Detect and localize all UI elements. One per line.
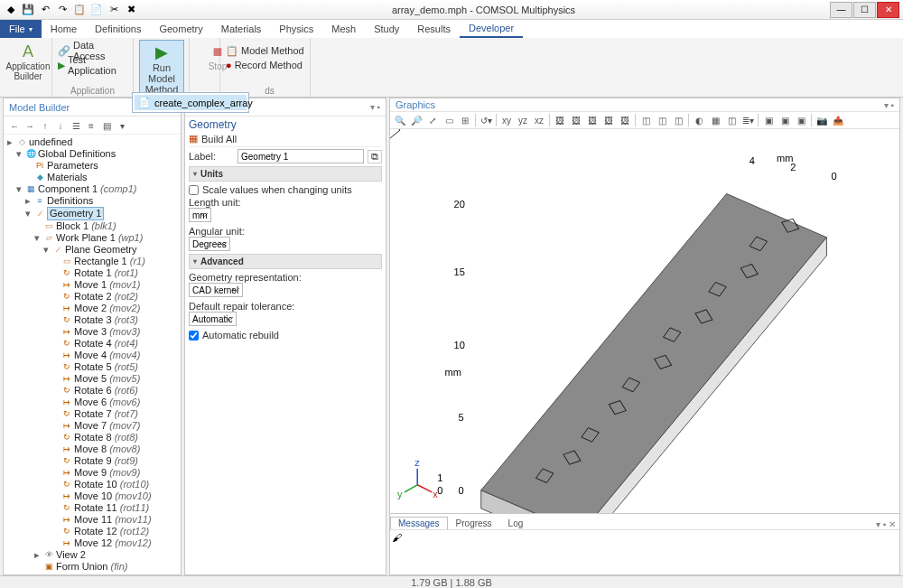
- tab-home[interactable]: Home: [42, 20, 86, 38]
- image4-icon[interactable]: 🖼: [600, 113, 617, 127]
- select3-icon[interactable]: ◫: [670, 113, 686, 127]
- image1-icon[interactable]: 🖼: [552, 113, 568, 127]
- nav-back-icon[interactable]: ←: [7, 118, 22, 133]
- tree-node[interactable]: ↻Rotate 3 (rot3): [5, 314, 179, 326]
- tree-node[interactable]: ▸≡Definitions: [5, 195, 179, 207]
- tree-node[interactable]: ▾⟋Geometry 1: [5, 207, 179, 220]
- zoom-box-icon[interactable]: ▭: [441, 113, 457, 127]
- zoom-in-icon[interactable]: 🔍: [392, 113, 408, 127]
- model-tree[interactable]: ▸◇undefined▾🌐Global Definitions PіParame…: [4, 135, 181, 574]
- clip1-icon[interactable]: ▣: [760, 113, 777, 127]
- select1-icon[interactable]: ◫: [638, 113, 654, 127]
- tree-node[interactable]: ▭Rectangle 1 (r1): [5, 256, 179, 267]
- run-method-dropdown[interactable]: 📄 create_complex_array: [132, 92, 249, 113]
- pin-icon[interactable]: ▾ ▪: [370, 102, 380, 112]
- tree-node[interactable]: ↦Move 7 (mov7): [5, 420, 179, 432]
- tree-node[interactable]: ▸◆Materials: [5, 573, 179, 574]
- tab-progress[interactable]: Progress: [448, 517, 500, 529]
- nav-down-icon[interactable]: ↓: [53, 118, 68, 133]
- dropdown-item-create-complex-array[interactable]: 📄 create_complex_array: [135, 95, 247, 110]
- light-icon[interactable]: ◐: [691, 113, 707, 127]
- tree-node[interactable]: ▾▦Component 1 (comp1): [5, 183, 179, 195]
- tree-node[interactable]: ↻Rotate 9 (rot9): [5, 455, 179, 467]
- brush-icon[interactable]: 🖌: [392, 532, 402, 543]
- delete-icon[interactable]: ✖: [124, 3, 138, 17]
- tree-node[interactable]: ↦Move 12 (mov12): [5, 537, 179, 549]
- show-icon[interactable]: ☰: [69, 118, 83, 133]
- tab-study[interactable]: Study: [365, 20, 408, 38]
- tree-node[interactable]: ↦Move 5 (mov5): [5, 373, 179, 385]
- export-icon[interactable]: 📤: [830, 113, 846, 127]
- tree-node[interactable]: ↻Rotate 11 (rot11): [5, 502, 179, 514]
- geom-rep-select[interactable]: CAD kernel: [189, 283, 243, 297]
- zoom-extents-icon[interactable]: ⤢: [424, 113, 441, 127]
- model-method-button[interactable]: 📋Model Method: [226, 43, 304, 58]
- tab-geometry[interactable]: Geometry: [150, 20, 211, 38]
- tree-node[interactable]: ▾⟋Plane Geometry: [5, 244, 179, 256]
- tree-node[interactable]: ↦Move 3 (mov3): [5, 326, 179, 338]
- tree-node[interactable]: ▾▱Work Plane 1 (wp1): [5, 232, 179, 244]
- tab-physics[interactable]: Physics: [270, 20, 322, 38]
- view-xz-icon[interactable]: xz: [531, 113, 547, 127]
- zoom-out-icon[interactable]: 🔎: [408, 113, 424, 127]
- tab-materials[interactable]: Materials: [212, 20, 271, 38]
- mesh-icon[interactable]: ▦: [707, 113, 723, 127]
- auto-rebuild-checkbox[interactable]: [189, 331, 199, 341]
- close-button[interactable]: ✕: [877, 2, 899, 18]
- snapshot-icon[interactable]: 📷: [814, 113, 830, 127]
- view-yz-icon[interactable]: yz: [515, 113, 531, 127]
- tree-node[interactable]: ↦Move 8 (mov8): [5, 443, 179, 455]
- image5-icon[interactable]: 🖼: [617, 113, 633, 127]
- tree-node[interactable]: ↻Rotate 1 (rot1): [5, 267, 179, 279]
- advanced-section[interactable]: Advanced: [189, 254, 382, 269]
- tree-node[interactable]: ↻Rotate 2 (rot2): [5, 291, 179, 303]
- paste-icon[interactable]: 📄: [89, 3, 104, 17]
- tree-node[interactable]: ▾🌐Global Definitions: [5, 148, 179, 160]
- save-icon[interactable]: 💾: [21, 3, 35, 17]
- clip3-icon[interactable]: ▣: [793, 113, 809, 127]
- more-icon[interactable]: ▾: [115, 118, 129, 133]
- repair-select[interactable]: Automatic: [189, 312, 237, 326]
- nav-up-icon[interactable]: ↑: [38, 118, 52, 133]
- build-all-button[interactable]: ▦Build All: [189, 131, 382, 147]
- units-section[interactable]: Units: [189, 166, 382, 182]
- image3-icon[interactable]: 🖼: [584, 113, 600, 127]
- rotate-icon[interactable]: ↺▾: [478, 113, 494, 127]
- minimize-button[interactable]: —: [830, 2, 852, 18]
- scale-checkbox[interactable]: [189, 185, 199, 195]
- tree-node[interactable]: ↦Move 1 (mov1): [5, 279, 179, 291]
- view-xy-icon[interactable]: xy: [498, 113, 515, 127]
- wireframe-icon[interactable]: ◫: [723, 113, 740, 127]
- tree-node[interactable]: ↦Move 9 (mov9): [5, 467, 179, 479]
- filter-icon[interactable]: ≡: [84, 118, 98, 133]
- tree-node[interactable]: ▸◇undefined: [5, 136, 179, 148]
- cut-icon[interactable]: ✂: [107, 3, 121, 17]
- tab-messages[interactable]: Messages: [390, 517, 448, 529]
- tree-node[interactable]: ◆Materials: [5, 172, 179, 183]
- label-input[interactable]: [237, 149, 364, 163]
- nav-fwd-icon[interactable]: →: [23, 118, 37, 133]
- tree-node[interactable]: PіParameters: [5, 160, 179, 172]
- clip2-icon[interactable]: ▣: [777, 113, 793, 127]
- tab-developer[interactable]: Developer: [460, 20, 523, 38]
- copy-icon[interactable]: 📋: [72, 3, 87, 17]
- redo-icon[interactable]: ↷: [55, 3, 70, 17]
- tree-node[interactable]: ↦Move 2 (mov2): [5, 303, 179, 314]
- zoom-sel-icon[interactable]: ⊞: [457, 113, 473, 127]
- tree-node[interactable]: ↻Rotate 12 (rot12): [5, 526, 179, 537]
- tree-node[interactable]: ↦Move 4 (mov4): [5, 350, 179, 361]
- tree-node[interactable]: ↻Rotate 7 (rot7): [5, 408, 179, 420]
- tree-node[interactable]: ↻Rotate 5 (rot5): [5, 361, 179, 373]
- tab-results[interactable]: Results: [408, 20, 460, 38]
- tree-node[interactable]: ↦Move 10 (mov10): [5, 490, 179, 502]
- collapse-icon[interactable]: ▤: [99, 118, 114, 133]
- tree-node[interactable]: ↻Rotate 8 (rot8): [5, 432, 179, 443]
- pin-icon[interactable]: ▾ ▪: [884, 100, 894, 110]
- tree-node[interactable]: ↻Rotate 10 (rot10): [5, 479, 179, 490]
- file-tab[interactable]: File: [0, 20, 42, 38]
- application-builder-button[interactable]: A Application Builder: [5, 40, 51, 83]
- angular-unit-select[interactable]: Degrees: [189, 237, 230, 251]
- tree-node[interactable]: ↻Rotate 4 (rot4): [5, 338, 179, 350]
- tree-node[interactable]: ↦Move 11 (mov11): [5, 514, 179, 526]
- layers-icon[interactable]: ≣▾: [740, 113, 756, 127]
